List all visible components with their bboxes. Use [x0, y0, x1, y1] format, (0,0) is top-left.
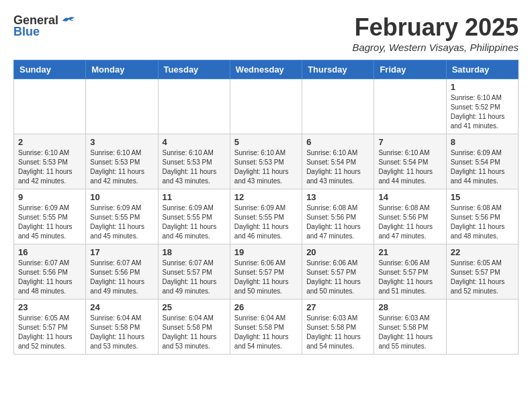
- day-info: Sunrise: 6:05 AM Sunset: 5:57 PM Dayligh…: [18, 314, 81, 351]
- day-info: Sunrise: 6:08 AM Sunset: 5:56 PM Dayligh…: [378, 203, 441, 241]
- day-info: Sunrise: 6:10 AM Sunset: 5:54 PM Dayligh…: [378, 148, 441, 186]
- day-number: 20: [306, 247, 369, 257]
- calendar-cell: 1Sunrise: 6:10 AM Sunset: 5:52 PM Daylig…: [446, 79, 518, 134]
- day-info: Sunrise: 6:10 AM Sunset: 5:54 PM Dayligh…: [306, 148, 369, 186]
- calendar-cell: 23Sunrise: 6:05 AM Sunset: 5:57 PM Dayli…: [14, 300, 86, 355]
- calendar-cell: 19Sunrise: 6:06 AM Sunset: 5:57 PM Dayli…: [230, 244, 302, 300]
- calendar-cell: [446, 300, 518, 355]
- calendar-week-row: 1Sunrise: 6:10 AM Sunset: 5:52 PM Daylig…: [14, 79, 519, 134]
- day-info: Sunrise: 6:10 AM Sunset: 5:53 PM Dayligh…: [234, 148, 298, 186]
- day-info: Sunrise: 6:07 AM Sunset: 5:56 PM Dayligh…: [18, 259, 81, 296]
- calendar-cell: 10Sunrise: 6:09 AM Sunset: 5:55 PM Dayli…: [86, 189, 158, 244]
- weekday-header-wednesday: Wednesday: [230, 60, 302, 79]
- logo: General Blue: [13, 13, 76, 39]
- day-info: Sunrise: 6:05 AM Sunset: 5:57 PM Dayligh…: [451, 259, 514, 296]
- day-number: 25: [163, 302, 226, 312]
- day-info: Sunrise: 6:04 AM Sunset: 5:58 PM Dayligh…: [163, 314, 226, 351]
- calendar-cell: 25Sunrise: 6:04 AM Sunset: 5:58 PM Dayli…: [158, 300, 230, 355]
- weekday-header-row: SundayMondayTuesdayWednesdayThursdayFrid…: [14, 60, 519, 79]
- day-number: 15: [451, 192, 514, 202]
- calendar-cell: 6Sunrise: 6:10 AM Sunset: 5:54 PM Daylig…: [302, 134, 374, 189]
- calendar-week-row: 2Sunrise: 6:10 AM Sunset: 5:53 PM Daylig…: [14, 134, 519, 189]
- day-number: 8: [451, 137, 514, 147]
- day-info: Sunrise: 6:10 AM Sunset: 5:53 PM Dayligh…: [90, 148, 153, 186]
- calendar-cell: [14, 79, 86, 134]
- day-number: 11: [163, 192, 226, 202]
- calendar-cell: 24Sunrise: 6:04 AM Sunset: 5:58 PM Dayli…: [86, 300, 158, 355]
- day-number: 12: [234, 192, 298, 202]
- title-block: February 2025 Bagroy, Western Visayas, P…: [352, 13, 519, 53]
- weekday-header-monday: Monday: [86, 60, 158, 79]
- calendar-cell: [302, 79, 374, 134]
- calendar-cell: 26Sunrise: 6:04 AM Sunset: 5:58 PM Dayli…: [230, 300, 302, 355]
- logo-blue-text: Blue: [13, 25, 40, 39]
- day-number: 3: [90, 137, 153, 147]
- day-info: Sunrise: 6:04 AM Sunset: 5:58 PM Dayligh…: [90, 314, 153, 351]
- day-number: 18: [163, 247, 226, 257]
- day-number: 6: [306, 137, 369, 147]
- calendar-cell: 16Sunrise: 6:07 AM Sunset: 5:56 PM Dayli…: [14, 244, 86, 300]
- day-info: Sunrise: 6:08 AM Sunset: 5:56 PM Dayligh…: [306, 203, 369, 241]
- calendar-week-row: 23Sunrise: 6:05 AM Sunset: 5:57 PM Dayli…: [14, 300, 519, 355]
- day-info: Sunrise: 6:07 AM Sunset: 5:56 PM Dayligh…: [90, 259, 153, 296]
- calendar-cell: 3Sunrise: 6:10 AM Sunset: 5:53 PM Daylig…: [86, 134, 158, 189]
- weekday-header-tuesday: Tuesday: [158, 60, 230, 79]
- day-info: Sunrise: 6:07 AM Sunset: 5:57 PM Dayligh…: [163, 259, 226, 296]
- calendar-cell: [86, 79, 158, 134]
- calendar-cell: 18Sunrise: 6:07 AM Sunset: 5:57 PM Dayli…: [158, 244, 230, 300]
- day-info: Sunrise: 6:10 AM Sunset: 5:53 PM Dayligh…: [18, 148, 81, 186]
- calendar-cell: 8Sunrise: 6:09 AM Sunset: 5:54 PM Daylig…: [446, 134, 518, 189]
- day-info: Sunrise: 6:06 AM Sunset: 5:57 PM Dayligh…: [234, 259, 298, 296]
- day-number: 1: [451, 82, 514, 92]
- calendar-cell: 12Sunrise: 6:09 AM Sunset: 5:55 PM Dayli…: [230, 189, 302, 244]
- day-number: 9: [18, 192, 81, 202]
- location-subtitle: Bagroy, Western Visayas, Philippines: [352, 42, 519, 53]
- day-number: 2: [18, 137, 81, 147]
- calendar-cell: 22Sunrise: 6:05 AM Sunset: 5:57 PM Dayli…: [446, 244, 518, 300]
- day-number: 27: [306, 302, 369, 312]
- calendar-cell: 21Sunrise: 6:06 AM Sunset: 5:57 PM Dayli…: [374, 244, 446, 300]
- day-number: 19: [234, 247, 298, 257]
- day-number: 24: [90, 302, 153, 312]
- month-year-title: February 2025: [352, 13, 519, 42]
- day-info: Sunrise: 6:03 AM Sunset: 5:58 PM Dayligh…: [378, 314, 441, 351]
- day-info: Sunrise: 6:09 AM Sunset: 5:55 PM Dayligh…: [18, 203, 81, 241]
- weekday-header-saturday: Saturday: [446, 60, 518, 79]
- day-number: 14: [378, 192, 441, 202]
- calendar-week-row: 16Sunrise: 6:07 AM Sunset: 5:56 PM Dayli…: [14, 244, 519, 300]
- day-info: Sunrise: 6:04 AM Sunset: 5:58 PM Dayligh…: [234, 314, 298, 351]
- day-number: 10: [90, 192, 153, 202]
- day-info: Sunrise: 6:06 AM Sunset: 5:57 PM Dayligh…: [306, 259, 369, 296]
- day-number: 16: [18, 247, 81, 257]
- calendar-cell: [158, 79, 230, 134]
- calendar-table: SundayMondayTuesdayWednesdayThursdayFrid…: [13, 60, 519, 355]
- day-info: Sunrise: 6:09 AM Sunset: 5:54 PM Dayligh…: [451, 148, 514, 186]
- calendar-cell: 15Sunrise: 6:08 AM Sunset: 5:56 PM Dayli…: [446, 189, 518, 244]
- calendar-cell: 5Sunrise: 6:10 AM Sunset: 5:53 PM Daylig…: [230, 134, 302, 189]
- calendar-cell: 9Sunrise: 6:09 AM Sunset: 5:55 PM Daylig…: [14, 189, 86, 244]
- logo-bird-icon: [61, 15, 76, 26]
- day-number: 23: [18, 302, 81, 312]
- day-number: 5: [234, 137, 298, 147]
- day-number: 7: [378, 137, 441, 147]
- day-info: Sunrise: 6:09 AM Sunset: 5:55 PM Dayligh…: [163, 203, 226, 241]
- day-info: Sunrise: 6:09 AM Sunset: 5:55 PM Dayligh…: [234, 203, 298, 241]
- weekday-header-friday: Friday: [374, 60, 446, 79]
- day-info: Sunrise: 6:10 AM Sunset: 5:52 PM Dayligh…: [451, 93, 514, 131]
- day-info: Sunrise: 6:03 AM Sunset: 5:58 PM Dayligh…: [306, 314, 369, 351]
- page-header: General Blue February 2025 Bagroy, Weste…: [13, 13, 519, 53]
- calendar-week-row: 9Sunrise: 6:09 AM Sunset: 5:55 PM Daylig…: [14, 189, 519, 244]
- day-info: Sunrise: 6:08 AM Sunset: 5:56 PM Dayligh…: [451, 203, 514, 241]
- calendar-cell: 14Sunrise: 6:08 AM Sunset: 5:56 PM Dayli…: [374, 189, 446, 244]
- weekday-header-sunday: Sunday: [14, 60, 86, 79]
- day-number: 26: [234, 302, 298, 312]
- calendar-cell: 11Sunrise: 6:09 AM Sunset: 5:55 PM Dayli…: [158, 189, 230, 244]
- day-number: 4: [163, 137, 226, 147]
- calendar-cell: 4Sunrise: 6:10 AM Sunset: 5:53 PM Daylig…: [158, 134, 230, 189]
- day-info: Sunrise: 6:10 AM Sunset: 5:53 PM Dayligh…: [163, 148, 226, 186]
- calendar-cell: [230, 79, 302, 134]
- day-info: Sunrise: 6:06 AM Sunset: 5:57 PM Dayligh…: [378, 259, 441, 296]
- calendar-cell: [374, 79, 446, 134]
- calendar-cell: 27Sunrise: 6:03 AM Sunset: 5:58 PM Dayli…: [302, 300, 374, 355]
- calendar-cell: 2Sunrise: 6:10 AM Sunset: 5:53 PM Daylig…: [14, 134, 86, 189]
